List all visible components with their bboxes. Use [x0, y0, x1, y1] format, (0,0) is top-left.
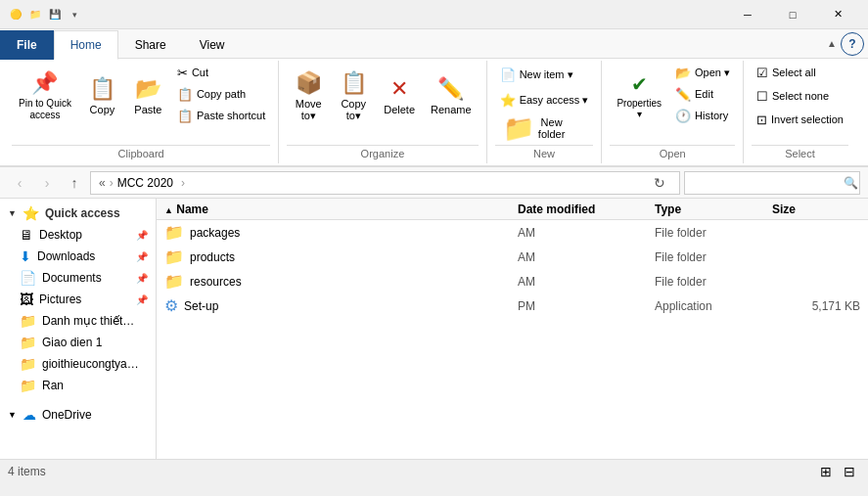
tab-share[interactable]: Share: [118, 30, 183, 60]
paste-shortcut-button[interactable]: 📋 Paste shortcut: [172, 106, 270, 125]
tab-file[interactable]: File: [0, 30, 54, 60]
sidebar-item-giaodien[interactable]: 📁 Giao dien 1: [0, 332, 156, 353]
search-icon: 🔍: [844, 176, 858, 190]
pin-icon: 📌: [31, 70, 58, 96]
organize-group-label: Organize: [287, 145, 478, 161]
paste-shortcut-icon: 📋: [177, 109, 193, 123]
sidebar-item-desktop[interactable]: 🖥 Desktop 📌: [0, 224, 156, 246]
danhmuc-label: Danh mục thiết…: [42, 314, 134, 328]
sidebar-item-documents[interactable]: 📄 Documents 📌: [0, 267, 156, 289]
address-bar[interactable]: « › MCC 2020 › ↻: [90, 171, 680, 195]
col-header-type[interactable]: Type: [655, 203, 772, 216]
copy-button-big[interactable]: 📋 Copy: [80, 63, 124, 129]
select-none-icon: ☐: [756, 89, 768, 104]
invert-selection-button[interactable]: ⊡ Invert selection: [752, 110, 848, 129]
pictures-label: Pictures: [39, 293, 81, 306]
pictures-pin-icon: 📌: [136, 294, 148, 305]
file-row-packages[interactable]: 📁 packages AM File folder: [157, 220, 868, 245]
edit-icon: ✏️: [675, 87, 691, 102]
copy-icon-big: 📋: [89, 76, 115, 102]
history-button[interactable]: 🕐 History: [670, 106, 735, 125]
properties-button[interactable]: ✔ Properties▾: [610, 63, 668, 129]
pictures-icon: 🖼: [20, 292, 33, 307]
close-button[interactable]: ✕: [815, 0, 860, 29]
help-button[interactable]: ?: [841, 32, 864, 56]
select-none-button[interactable]: ☐ Select none: [752, 86, 848, 106]
col-header-date[interactable]: Date modified: [518, 203, 655, 216]
file-row-resources[interactable]: 📁 resources AM File folder: [157, 269, 868, 293]
sidebar-item-gioithieu[interactable]: 📁 gioithieucongtya…: [0, 353, 156, 375]
ribbon-collapse-area: ▲ ?: [827, 29, 868, 58]
cut-button[interactable]: ✂ Cut: [172, 63, 270, 82]
col-header-size[interactable]: Size: [772, 203, 860, 216]
ribbon-group-new: 📄 New item ▾ ⭐ Easy access ▾ 📁 Newfolder…: [487, 61, 603, 163]
sidebar-item-danhmuc[interactable]: 📁 Danh mục thiết…: [0, 310, 156, 332]
sidebar-item-downloads[interactable]: ⬇ Downloads 📌: [0, 246, 156, 267]
tab-home[interactable]: Home: [54, 30, 118, 60]
onedrive-expand-icon[interactable]: ▼: [8, 410, 17, 420]
status-bar: 4 items ⊞ ⊟: [0, 459, 868, 482]
new-folder-icon: 📁: [503, 113, 534, 144]
rename-label: Rename: [431, 104, 472, 115]
properties-label: Properties▾: [617, 98, 662, 119]
pin-to-quick-access-button[interactable]: 📌 Pin to Quickaccess: [12, 63, 78, 129]
collapse-chevron-icon[interactable]: ▲: [827, 38, 837, 49]
item-count: 4 items: [8, 465, 46, 478]
tab-view[interactable]: View: [183, 30, 242, 60]
navigation-bar: ‹ › ↑ « › MCC 2020 › ↻ 🔍: [0, 167, 868, 199]
minimize-button[interactable]: ─: [725, 0, 770, 29]
file-row-setup[interactable]: ⚙ Set-up PM Application 5,171 KB: [157, 293, 868, 318]
select-group-label: Select: [752, 145, 848, 161]
ran-icon: 📁: [20, 378, 36, 393]
cut-label: Cut: [192, 67, 208, 78]
ribbon-group-select: ☑ Select all ☐ Select none ⊡ Invert sele…: [744, 61, 856, 163]
app-icon-2: 📁: [27, 7, 43, 23]
easy-access-button[interactable]: ⭐ Easy access ▾: [495, 88, 594, 112]
invert-label: Invert selection: [771, 113, 844, 125]
forward-button[interactable]: ›: [35, 171, 59, 195]
title-bar-app-icons: 🟡 📁 💾 ▾: [8, 7, 82, 23]
col-header-name[interactable]: ▲ Name: [164, 203, 518, 216]
status-bar-right: ⊞ ⊟: [815, 461, 860, 482]
delete-icon: ✕: [390, 76, 408, 102]
giaodien-icon: 📁: [20, 335, 36, 350]
dropdown-arrow-icon[interactable]: ▾: [67, 7, 82, 23]
new-item-label: New item ▾: [520, 68, 573, 81]
move-to-button[interactable]: 📦 Moveto▾: [287, 63, 330, 129]
copy-path-button[interactable]: 📋 Copy path: [172, 84, 270, 104]
open-button[interactable]: 📂 Open ▾: [670, 63, 735, 82]
view-large-button[interactable]: ⊟: [839, 461, 860, 482]
file-list-header: ▲ Name Date modified Type Size: [157, 199, 868, 220]
search-bar[interactable]: 🔍: [684, 171, 860, 195]
clipboard-items: 📌 Pin to Quickaccess 📋 Copy 📂 Paste ✂: [12, 63, 270, 143]
up-button[interactable]: ↑: [63, 171, 86, 195]
new-folder-button[interactable]: 📁 Newfolder: [495, 113, 573, 143]
sidebar-item-onedrive[interactable]: ▼ ☁ OneDrive: [0, 404, 156, 426]
search-input[interactable]: [693, 176, 840, 190]
rename-button[interactable]: ✏️ Rename: [424, 63, 479, 129]
sidebar-item-ran[interactable]: 📁 Ran: [0, 375, 156, 396]
giaodien-label: Giao dien 1: [42, 336, 102, 349]
quick-access-expand-icon[interactable]: ▼: [8, 208, 17, 218]
maximize-button[interactable]: □: [770, 0, 815, 29]
downloads-pin-icon: 📌: [136, 251, 148, 262]
select-items: ☑ Select all ☐ Select none ⊡ Invert sele…: [752, 63, 848, 143]
resources-name: resources: [190, 275, 518, 289]
paste-button[interactable]: 📂 Paste: [126, 63, 170, 129]
refresh-button[interactable]: ↻: [648, 171, 671, 195]
select-all-button[interactable]: ☑ Select all: [752, 63, 848, 82]
new-item-button[interactable]: 📄 New item ▾: [495, 63, 578, 86]
select-col: ☑ Select all ☐ Select none ⊡ Invert sele…: [752, 63, 848, 129]
view-details-button[interactable]: ⊞: [815, 461, 837, 482]
file-row-products[interactable]: 📁 products AM File folder: [157, 245, 868, 269]
delete-button[interactable]: ✕ Delete: [377, 63, 422, 129]
edit-button[interactable]: ✏️ Edit: [670, 84, 735, 104]
setup-date: PM: [518, 299, 655, 313]
downloads-label: Downloads: [37, 249, 95, 263]
back-button[interactable]: ‹: [8, 171, 31, 195]
packages-date: AM: [518, 226, 655, 240]
copy-to-button[interactable]: 📋 Copyto▾: [332, 63, 375, 129]
sidebar-item-pictures[interactable]: 🖼 Pictures 📌: [0, 289, 156, 310]
address-separator: ›: [110, 176, 114, 190]
easy-access-label: Easy access ▾: [520, 94, 589, 107]
